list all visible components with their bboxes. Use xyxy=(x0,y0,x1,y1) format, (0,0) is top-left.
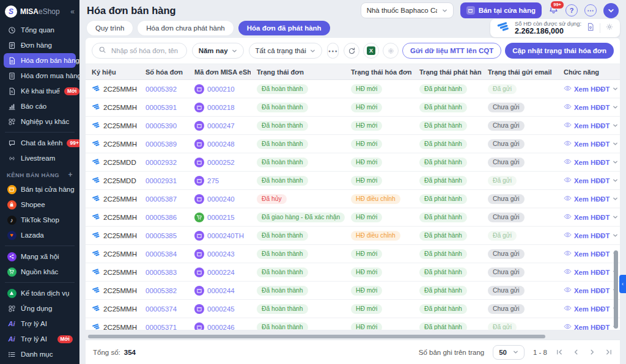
send-mtt-button[interactable]: Gửi dữ liệu MTT lên CQT xyxy=(402,43,501,59)
column-header-2[interactable]: Mã đơn MISA eShop xyxy=(188,68,251,76)
sidebar-item-lazada[interactable]: ♥Lazada xyxy=(4,228,76,242)
horizontal-scrollbar[interactable] xyxy=(86,330,620,340)
invoice-number-link[interactable]: 00005385 xyxy=(145,232,177,239)
order-code-link[interactable]: 0000240 xyxy=(207,195,235,203)
order-code-link[interactable]: 0000246 xyxy=(207,324,235,330)
invoice-number-link[interactable]: 00002931 xyxy=(145,177,177,184)
column-header-5[interactable]: Trạng thái phát hành xyxy=(413,68,482,76)
invoice-number-link[interactable]: 00005371 xyxy=(145,324,177,330)
update-invoice-status-button[interactable]: Cập nhật trạng thái hóa đơn xyxy=(505,43,614,59)
add-channel-button[interactable]: + xyxy=(68,170,73,179)
sidebar-item-ban-tai-cua-hang[interactable]: Bán tại cửa hàng xyxy=(4,182,76,197)
tab-2[interactable]: Hóa đơn đã phát hành xyxy=(238,21,330,35)
store-sale-button[interactable]: Bán tại cửa hàng xyxy=(460,2,542,18)
row-actions-dropdown[interactable] xyxy=(613,233,618,238)
sidebar-item-danh-muc[interactable]: Danh mục xyxy=(4,347,76,362)
vertical-scrollbar-thumb[interactable] xyxy=(614,250,618,329)
sidebar-item-hoa-don-ban-hang[interactable]: Hóa đơn bán hàng xyxy=(4,53,76,68)
sidebar-item-nguon-khac[interactable]: Nguồn khác xyxy=(4,264,76,279)
page-first-button[interactable] xyxy=(556,349,563,355)
order-code-link[interactable]: 0000224 xyxy=(207,269,235,276)
invoice-number-link[interactable]: 00005392 xyxy=(145,86,177,93)
order-code-link[interactable]: 0000245 xyxy=(207,305,235,313)
row-actions-dropdown[interactable] xyxy=(613,86,618,92)
column-header-0[interactable]: Ký hiệu xyxy=(86,68,139,76)
column-header-4[interactable]: Trạng thái hóa đơn xyxy=(345,68,413,76)
column-header-6[interactable]: Trạng thái gửi email xyxy=(482,68,558,76)
view-einvoice-button[interactable]: Xem HĐĐT xyxy=(564,121,609,130)
sidebar-item-shopee[interactable]: Shopee xyxy=(4,197,76,212)
page-size-dropdown[interactable]: 50 xyxy=(493,345,525,360)
column-header-7[interactable]: Chức năng xyxy=(558,68,620,76)
order-code-link[interactable]: 0000240TH xyxy=(207,232,244,239)
sidebar-item-bao-cao[interactable]: Báo cáo xyxy=(4,99,76,114)
order-code-link[interactable]: 0000244 xyxy=(207,287,235,294)
view-einvoice-button[interactable]: Xem HĐĐT xyxy=(564,213,609,222)
page-next-button[interactable] xyxy=(589,349,596,355)
invoice-number-link[interactable]: 00005383 xyxy=(145,269,177,276)
table-settings-button[interactable] xyxy=(383,43,399,59)
invoice-number-link[interactable]: 00005386 xyxy=(145,214,177,221)
invoice-number-link[interactable]: 00005387 xyxy=(145,195,177,203)
order-code-link[interactable]: 275 xyxy=(207,177,219,184)
refresh-button[interactable] xyxy=(344,43,359,59)
search-input[interactable] xyxy=(110,46,180,55)
order-code-link[interactable]: 0000248 xyxy=(207,140,235,148)
invoice-number-link[interactable]: 00005391 xyxy=(145,104,177,111)
row-actions-dropdown[interactable] xyxy=(613,104,618,110)
view-einvoice-button[interactable]: Xem HĐĐT xyxy=(564,84,609,93)
view-einvoice-button[interactable]: Xem HĐĐT xyxy=(564,158,609,167)
order-code-link[interactable]: 0000252 xyxy=(207,159,235,166)
view-einvoice-button[interactable]: Xem HĐĐT xyxy=(564,139,609,148)
row-actions-dropdown[interactable] xyxy=(613,123,618,128)
export-excel-button[interactable]: X xyxy=(363,43,379,59)
sidebar-item-hoa-don-mua-hang[interactable]: Hóa đơn mua hàng xyxy=(4,68,76,83)
more-filters-button[interactable]: ⋯ xyxy=(327,43,339,59)
order-code-link[interactable]: 0000218 xyxy=(207,104,235,111)
help-button[interactable]: ? xyxy=(565,4,578,16)
tab-0[interactable]: Quy trình xyxy=(87,21,133,35)
view-einvoice-button[interactable]: Xem HĐĐT xyxy=(564,286,609,295)
row-actions-dropdown[interactable] xyxy=(613,141,618,147)
more-options-button[interactable]: ⋯ xyxy=(584,4,597,16)
view-einvoice-button[interactable]: Xem HĐĐT xyxy=(564,103,609,112)
view-einvoice-button[interactable]: Xem HĐĐT xyxy=(564,249,609,258)
sidebar-item-ung-dung[interactable]: Ứng dụng xyxy=(4,301,76,316)
horizontal-scrollbar-thumb[interactable] xyxy=(88,335,545,338)
sidebar-item-nghiep-vu-khac[interactable]: Nghiệp vụ khác xyxy=(4,114,76,129)
row-actions-dropdown[interactable] xyxy=(613,214,618,220)
page-prev-button[interactable] xyxy=(572,349,580,355)
notifications-button[interactable]: 99+ xyxy=(548,4,559,17)
invoice-number-link[interactable]: 00005382 xyxy=(145,287,177,294)
view-einvoice-button[interactable]: Xem HĐĐT xyxy=(564,194,609,203)
sidebar-item-mang-xa-hoi[interactable]: Mạng xã hội xyxy=(4,249,76,264)
page-last-button[interactable] xyxy=(605,349,613,355)
sidebar-item-don-hang[interactable]: Đơn hàng xyxy=(4,38,76,53)
row-actions-dropdown[interactable] xyxy=(613,159,618,165)
sidebar-item-tiktok-shop[interactable]: ♪TikTok Shop xyxy=(4,213,76,227)
order-code-link[interactable]: 0000243 xyxy=(207,250,235,258)
sidebar-item-ke-toan-dich-vu[interactable]: Kế toán dịch vụ xyxy=(4,286,76,300)
usage-settings-button[interactable] xyxy=(605,23,614,34)
right-panel-toggle[interactable]: ‹ xyxy=(619,275,626,293)
sidebar-item-tro-ly-ai[interactable]: AiTrợ lý AI xyxy=(4,316,76,331)
row-actions-dropdown[interactable] xyxy=(613,196,618,202)
invoice-number-link[interactable]: 00005374 xyxy=(145,305,177,313)
status-filter-dropdown[interactable]: Tất cả trạng thái xyxy=(249,43,322,59)
invoice-number-link[interactable]: 00005384 xyxy=(145,250,177,258)
sidebar-collapse-icon[interactable]: « xyxy=(70,7,75,16)
invoice-number-link[interactable]: 00005390 xyxy=(145,122,177,129)
invoice-number-link[interactable]: 00005389 xyxy=(145,140,177,148)
tab-1[interactable]: Hóa đơn chưa phát hành xyxy=(138,21,233,35)
order-code-link[interactable]: 0000247 xyxy=(207,122,235,129)
column-header-3[interactable]: Trạng thái đơn xyxy=(251,68,345,76)
column-header-1[interactable]: Số hóa đơn xyxy=(139,68,188,76)
view-einvoice-button[interactable]: Xem HĐĐT xyxy=(564,268,609,277)
invoice-number-link[interactable]: 00002932 xyxy=(145,159,177,166)
order-code-link[interactable]: 0000215 xyxy=(207,214,235,221)
order-code-link[interactable]: 0000210 xyxy=(207,86,235,93)
row-actions-dropdown[interactable] xyxy=(613,178,618,183)
view-einvoice-button[interactable]: Xem HĐĐT xyxy=(564,231,609,240)
sidebar-item-chat-da-kenh[interactable]: Chat đa kênh99+ xyxy=(4,136,76,150)
time-filter-dropdown[interactable]: Năm nay xyxy=(192,43,244,59)
